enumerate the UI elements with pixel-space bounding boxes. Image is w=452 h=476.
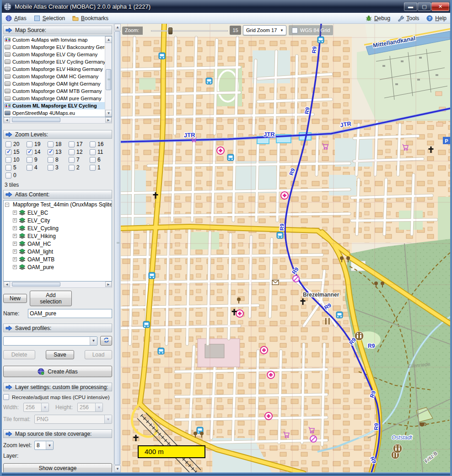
atlas-layer-node[interactable]: OAM_light	[4, 248, 112, 255]
atlas-layer-node[interactable]: ELV_BC	[4, 209, 112, 216]
zoom-level-checkbox[interactable]	[69, 157, 75, 163]
expand-icon[interactable]	[13, 226, 17, 230]
map-source-item[interactable]: Custom Mapsforge ELV Cycling Germany	[4, 58, 105, 65]
scroll-up-icon[interactable]: ▲	[105, 36, 112, 43]
zoom-level-option[interactable]: 1	[90, 164, 111, 171]
recreate-tiles-checkbox[interactable]	[3, 394, 9, 400]
map-source-hscrollbar[interactable]: ◄ ►	[3, 117, 112, 124]
atlas-content-header[interactable]: Atlas Content:	[3, 190, 112, 199]
zoom-level-option[interactable]: 6	[90, 156, 111, 163]
wgs-grid-checkbox[interactable]	[292, 27, 298, 33]
expand-icon[interactable]	[13, 242, 17, 246]
tile-format-combobox[interactable]: PNG▼	[34, 415, 112, 424]
map-source-item[interactable]: Custom Mapsforge OAM HC Germany	[4, 73, 105, 80]
wgs-grid-toggle[interactable]: WGS 84 Grid	[289, 25, 333, 35]
zoom-slider-track[interactable]	[151, 30, 228, 32]
add-selection-button[interactable]: Add selection	[30, 291, 72, 306]
save-button[interactable]: Save	[46, 350, 74, 359]
map-source-item[interactable]: Custom 4uMaps with lonvias map	[4, 36, 105, 43]
saved-profiles-header[interactable]: Saved profiles:	[3, 324, 112, 332]
zoom-level-option[interactable]: 16	[90, 141, 111, 148]
map-source-item[interactable]: Custom Mapsforge ELV Hiking Germany	[4, 65, 105, 73]
map-source-header[interactable]: Map Source:	[3, 26, 112, 34]
zoom-level-option[interactable]: 5	[5, 164, 27, 171]
zoom-level-option[interactable]: 19	[27, 141, 48, 148]
atlas-layer-node[interactable]: ELV_Cycling	[4, 224, 112, 232]
menu-help[interactable]: ? Help	[423, 14, 450, 22]
scroll-down-icon[interactable]: ▼	[105, 110, 112, 117]
zoom-level-checkbox[interactable]	[48, 157, 54, 163]
zoom-level-option[interactable]: 10	[5, 156, 27, 163]
zoom-level-checkbox[interactable]	[90, 141, 96, 147]
zoom-level-checkbox[interactable]	[27, 141, 32, 147]
zoom-level-option[interactable]: 14	[27, 148, 48, 156]
map-source-list[interactable]: Custom 4uMaps with lonvias map Custom Ma…	[3, 36, 112, 117]
profile-combobox[interactable]: ▼	[3, 336, 97, 346]
zoom-level-checkbox[interactable]	[27, 157, 32, 163]
title-bar[interactable]: Mobile Atlas Creator (MOBAC) 2.0.0 alpha…	[0, 0, 452, 13]
atlas-content-tree[interactable]: Mappforge Test_44min (OruxMaps Sqlite EL…	[3, 200, 112, 281]
new-button[interactable]: New	[3, 294, 27, 303]
expand-icon[interactable]	[13, 211, 17, 215]
map-source-item[interactable]: Custom Mapsforge ELV Backcountry Germany	[4, 43, 105, 51]
expand-icon[interactable]	[13, 265, 17, 269]
scroll-left-icon[interactable]: ◄	[4, 117, 10, 123]
reload-profiles-button[interactable]	[100, 336, 112, 346]
expand-icon[interactable]	[13, 249, 17, 254]
zoom-level-checkbox[interactable]	[90, 157, 96, 163]
zoom-level-checkbox[interactable]	[90, 165, 96, 171]
atlas-root-node[interactable]: Mappforge Test_44min (OruxMaps Sqlite	[4, 200, 112, 209]
map-source-item[interactable]: OpenStreetMap 4UMaps.eu	[4, 109, 105, 117]
zoom-level-checkbox[interactable]	[5, 173, 11, 178]
zoom-level-checkbox[interactable]	[69, 149, 75, 155]
expand-icon[interactable]	[13, 218, 17, 222]
zoom-level-option[interactable]: 13	[48, 148, 69, 156]
zoom-level-option[interactable]: 8	[48, 156, 69, 163]
atlas-layer-node[interactable]: OAM_HC	[4, 240, 112, 248]
name-input[interactable]	[28, 309, 112, 318]
expand-icon[interactable]	[13, 257, 17, 261]
chevron-down-icon[interactable]: ▼	[90, 337, 97, 345]
zoom-level-option[interactable]: 4	[27, 164, 48, 171]
scroll-left-icon[interactable]: ◄	[4, 281, 10, 287]
zoom-level-checkbox[interactable]	[48, 149, 54, 155]
map-source-item[interactable]: Custom Mapsforge ELV City Germany	[4, 51, 105, 58]
maximize-button[interactable]: ▢	[418, 2, 431, 11]
zoom-level-option[interactable]: 0	[5, 172, 27, 179]
atlas-layer-node[interactable]: ELV_Hiking	[4, 232, 112, 240]
height-combobox[interactable]: 256▼	[77, 403, 103, 412]
delete-button[interactable]: Delete	[3, 350, 35, 359]
show-coverage-button[interactable]: Show coverage	[3, 463, 112, 473]
menu-bookmarks[interactable]: Bookmarks	[69, 14, 112, 22]
zoom-level-option[interactable]: 3	[48, 164, 69, 171]
zoom-level-checkbox[interactable]	[90, 149, 96, 155]
zoom-slider-thumb[interactable]	[168, 27, 172, 34]
expand-icon[interactable]	[13, 234, 17, 238]
atlas-layer-node[interactable]: OAM_pure	[4, 263, 112, 271]
zoom-level-option[interactable]: 12	[69, 148, 90, 156]
load-button[interactable]: Load	[85, 350, 112, 359]
scroll-up-icon[interactable]: ▲	[114, 24, 121, 31]
zoom-level-option[interactable]: 15	[5, 148, 27, 156]
map-source-item[interactable]: Custom Mapsforge OAM light Germany	[4, 80, 105, 87]
scroll-right-icon[interactable]: ►	[105, 281, 112, 287]
chevron-down-icon[interactable]: ▼	[280, 28, 284, 32]
atlas-layer-node[interactable]: ELV_City	[4, 216, 112, 224]
menu-selection[interactable]: Selection	[30, 14, 69, 22]
zoom-level-option[interactable]: 2	[69, 164, 90, 171]
map-source-item[interactable]: Custom Mapsforge OAM pure Germany	[4, 95, 105, 102]
layer-settings-header[interactable]: Layer settings: custom tile processing:	[3, 383, 112, 391]
atlas-layer-node[interactable]: OAM_MTB	[4, 255, 112, 263]
atlas-tree-hscrollbar[interactable]: ◄ ►	[3, 281, 112, 288]
zoom-level-option[interactable]: 20	[5, 141, 27, 148]
menu-tools[interactable]: Tools	[394, 14, 423, 22]
grid-zoom-combobox[interactable]: Grid Zoom 17 ▼	[243, 25, 286, 35]
chevron-down-icon[interactable]: ▼	[46, 441, 53, 449]
map-source-item[interactable]: Custom ML Mapsforge ELV Cycling	[4, 102, 105, 109]
panel-scrollbar[interactable]: ▲ ▼	[113, 24, 121, 472]
map-canvas[interactable]: P Mittellandkanal JTR JTR JTR R9 R9 R9 R…	[121, 24, 450, 472]
close-button[interactable]: ✕	[431, 2, 449, 11]
minimize-button[interactable]: ▬	[404, 2, 417, 11]
menu-atlas[interactable]: Atlas	[2, 14, 30, 22]
zoom-level-checkbox[interactable]	[5, 141, 11, 147]
